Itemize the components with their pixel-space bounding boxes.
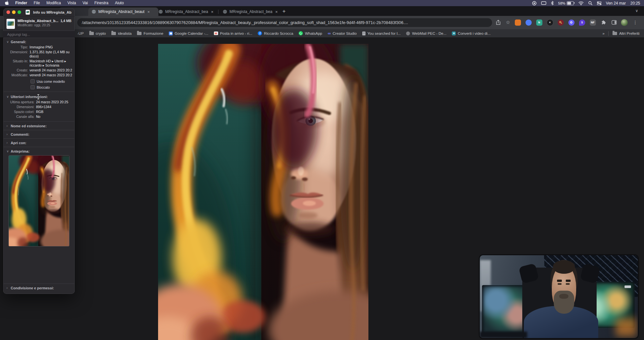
bookmark-you-searched[interactable]: You searched for I... [362,31,401,35]
chevron-right-icon[interactable]: › [6,141,9,145]
close-traffic-light[interactable] [6,10,10,14]
s-extension-icon[interactable]: S [579,19,585,26]
menu-finestra[interactable]: Finestra [91,0,112,6]
battery-icon [567,1,574,5]
keeper-extension-icon[interactable] [558,19,564,26]
bookmark-facebook[interactable]: fRiccardo Scrocca [258,31,293,35]
tab-search-chevron-icon[interactable]: ∨ [635,8,638,13]
chevron-right-icon[interactable]: › [6,124,9,128]
section-commenti[interactable]: › Commenti: [3,131,75,138]
bookmark-whatsapp[interactable]: WhatsApp [299,31,322,35]
tab-favicon-globe-icon [223,9,227,14]
display-icon[interactable] [541,1,546,5]
bookmark-creator-studio[interactable]: ∞Creator Studio [328,31,357,35]
bookmark-folder-crypto[interactable]: crypto [89,31,106,35]
nf-extension-icon[interactable]: NF [590,19,596,26]
checkbox-icon[interactable] [31,79,35,83]
tab-close-icon[interactable]: × [211,9,214,14]
checkbox-icon[interactable] [31,85,35,89]
purple-eye-extension-icon[interactable] [568,19,575,26]
file-header: MRregista_Abstract_b... 1,4 MB Modificat… [3,17,75,31]
metamask-extension-icon[interactable] [515,19,521,26]
menu-modifica[interactable]: Modifica [43,0,64,6]
minimize-traffic-light[interactable] [12,10,16,14]
n-extension-icon[interactable]: N [536,19,542,26]
lamp-glow [616,318,636,336]
profile-avatar[interactable] [621,19,628,26]
divider [3,283,75,284]
divider [3,147,75,147]
bookmark-folder-altri-preferiti[interactable]: Altri Preferiti [613,31,639,35]
spotlight-search-icon[interactable] [588,1,592,5]
battery-indicator[interactable]: 58% [558,1,574,5]
section-apri-con[interactable]: › Apri con: [3,140,75,146]
person-hairline [553,261,575,274]
bookmark-star-icon[interactable]: ☆ [504,19,512,26]
bookmark-folder-idealista[interactable]: idealista [111,31,131,35]
menu-bar-date[interactable]: Ven 24 mar [606,1,626,6]
tab-image-2[interactable]: MRregista_Abstract_beauty._ × [155,7,223,16]
menu-file[interactable]: File [31,0,43,6]
section-condivisione-e-permessi[interactable]: › Condivisione e permessi: [3,285,75,291]
wings-extension-icon[interactable] [526,19,532,26]
screen-record-icon[interactable] [532,1,537,6]
menu-vai[interactable]: Vai [79,0,91,6]
tab-active-image[interactable]: MRregista_Abstract_beauty._ × [88,7,158,16]
share-icon[interactable] [495,19,502,26]
menu-vista[interactable]: Vista [64,0,79,6]
wifi-icon[interactable] [578,1,584,5]
chevron-down-icon[interactable]: ∨ [6,95,9,99]
gmail-icon: M [214,31,218,35]
info-window-titlebar[interactable]: Info su MRregista_Abstr... [3,8,75,17]
browser-menu-dots-icon[interactable]: ⋮ [632,19,639,26]
side-panel-icon[interactable] [611,19,618,26]
address-bar[interactable]: /attachments/1013512335442333816/1088906… [77,18,492,27]
chevron-down-icon[interactable]: ∨ [6,149,9,153]
tab-close-icon[interactable]: × [147,9,150,14]
chevron-down-icon[interactable]: ∨ [6,40,9,44]
checkbox-bloccato[interactable]: Bloccato [31,85,75,89]
section-anteprima[interactable]: ∨ Anteprima: [3,148,75,155]
checkbox-usa-come-modello[interactable]: Usa come modello [31,79,75,83]
menu-aiuto[interactable]: Aiuto [112,0,127,6]
apple-menu-icon[interactable] [5,1,9,6]
extensions-puzzle-icon[interactable] [600,19,607,26]
bookmark-converti-video[interactable]: Converti i video di... [452,31,490,35]
bookmark-webmail-pec[interactable]: WebMail PEC - De... [406,31,446,35]
info-row-creato: Creato: venerdì 24 marzo 2023 20:25 [3,68,72,72]
bookmark-gmail[interactable]: MPosta in arrivo - ri... [214,31,253,35]
x-circle-extension-icon[interactable]: × [547,19,553,26]
person-eye [566,283,570,285]
folder-icon [613,32,617,35]
new-tab-button[interactable]: + [282,8,286,15]
add-tags-field[interactable]: Aggiungi tag... [3,31,75,38]
menu-bar-status: 58% Ven 24 mar 20:25 [532,1,644,6]
info-row-modificato: Modificato: venerdì 24 marzo 2023 20:25 [3,73,72,77]
bookmark-up[interactable]: -UP [77,31,84,35]
menu-bar: Finder File Modifica Vista Vai Finestra … [0,0,644,6]
info-row-canale-alfa: Canale alfa: No [3,115,72,119]
menu-bar-time[interactable]: 20:25 [630,1,640,6]
chevron-right-icon[interactable]: › [6,132,9,136]
tab-close-icon[interactable]: × [275,9,278,14]
zoom-traffic-light[interactable] [18,10,21,14]
tab-favicon-globe-icon [158,9,163,14]
tab-image-3[interactable]: MRregista_Abstract_beauty._ × [219,7,287,16]
control-center-icon[interactable] [597,1,601,5]
url-text: /attachments/1013512335442333816/1088906… [82,20,408,25]
bookmark-google-calendar[interactable]: Google Calendar -... [169,31,208,35]
chevron-right-icon[interactable]: › [6,286,9,290]
finder-info-window: Info su MRregista_Abstr... MRregista_Abs… [3,8,75,294]
bookmark-folder-formazione[interactable]: Formazione [137,31,163,35]
tab-title: MRregista_Abstract_beauty._ [165,9,208,14]
bookmarks-divider [608,31,609,36]
info-row-situato: Situato in: Macintosh HD ▸ Utenti ▸ ricc… [3,59,72,68]
bookmarks-overflow-chevron[interactable]: » [602,31,604,35]
menu-finder[interactable]: Finder [12,0,31,6]
section-nome-ed-estensione[interactable]: › Nome ed estensione: [3,123,75,129]
meta-infinity-icon: ∞ [328,32,331,35]
bluetooth-icon[interactable] [551,1,554,5]
file-name: MRregista_Abstract_b... [18,19,58,23]
section-generali[interactable]: ∨ Generali: [3,38,75,45]
info-row-ultima-apertura: Ultima apertura: 24 marzo 2023 20:25 [3,100,72,104]
